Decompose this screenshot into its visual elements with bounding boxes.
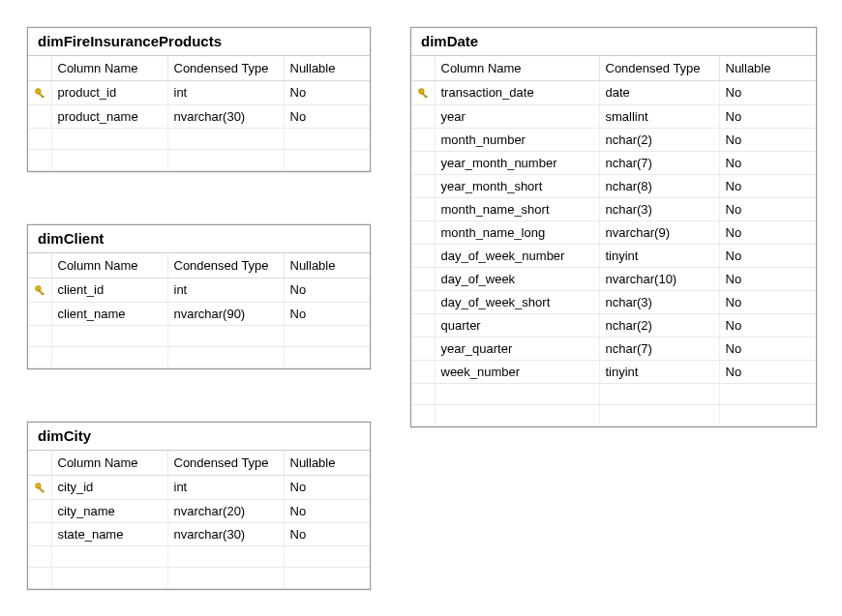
column-name-cell[interactable]: city_name <box>51 499 167 522</box>
column-nullable-cell[interactable]: No <box>719 290 816 313</box>
column-name-cell[interactable]: year_quarter <box>435 337 599 360</box>
column-nullable-cell[interactable]: No <box>284 81 370 105</box>
column-row[interactable]: month_name_shortnchar(3)No <box>411 197 816 220</box>
column-nullable-cell[interactable]: No <box>284 476 370 500</box>
column-nullable-cell[interactable]: No <box>719 360 816 383</box>
column-row[interactable]: client_namenvarchar(90)No <box>28 302 370 325</box>
column-name-cell[interactable]: product_id <box>51 81 167 105</box>
column-type-cell[interactable]: nchar(8) <box>599 174 719 197</box>
column-row[interactable]: day_of_week_numbertinyintNo <box>411 244 816 267</box>
column-type-cell[interactable]: nchar(7) <box>599 337 719 360</box>
column-name-cell[interactable]: week_number <box>435 360 599 383</box>
column-name-cell[interactable]: day_of_week <box>435 267 599 290</box>
table-dim-date[interactable]: dimDateColumn NameCondensed TypeNullable… <box>410 27 817 427</box>
column-nullable-cell[interactable]: No <box>284 522 370 545</box>
header-col_type[interactable]: Condensed Type <box>167 451 284 476</box>
column-row[interactable]: day_of_weeknvarchar(10)No <box>411 267 816 290</box>
column-type-cell[interactable]: nvarchar(20) <box>167 499 284 522</box>
column-type-cell[interactable]: nchar(7) <box>599 151 719 174</box>
column-type-cell[interactable]: int <box>167 81 284 105</box>
column-name-cell[interactable]: month_number <box>435 128 599 151</box>
column-nullable-cell[interactable]: No <box>719 244 816 267</box>
table-dim-client[interactable]: dimClientColumn NameCondensed TypeNullab… <box>27 224 371 369</box>
column-name-cell[interactable]: month_name_short <box>435 197 599 220</box>
column-name-cell[interactable]: transaction_date <box>435 81 599 105</box>
header-col_null[interactable]: Nullable <box>284 56 370 81</box>
column-row[interactable]: client_idintNo <box>28 279 370 303</box>
column-nullable-cell[interactable]: No <box>284 104 370 128</box>
column-name-cell[interactable]: year_month_number <box>435 151 599 174</box>
column-name-cell[interactable]: day_of_week_short <box>435 290 599 313</box>
column-type-cell[interactable]: smallint <box>599 104 719 128</box>
column-type-cell[interactable]: int <box>167 279 284 303</box>
column-name-cell[interactable]: month_name_long <box>435 220 599 244</box>
column-type-cell[interactable]: nvarchar(9) <box>599 220 719 244</box>
column-type-cell[interactable]: nchar(3) <box>599 197 719 220</box>
column-name-cell[interactable]: city_id <box>51 476 167 500</box>
column-row[interactable]: product_namenvarchar(30)No <box>28 104 370 128</box>
table-title[interactable]: dimFireInsuranceProducts <box>28 28 370 56</box>
column-type-cell[interactable]: nvarchar(30) <box>167 104 284 128</box>
column-name-cell[interactable]: product_name <box>51 104 167 128</box>
header-col_null[interactable]: Nullable <box>284 451 370 476</box>
column-name-cell[interactable]: client_id <box>51 279 167 303</box>
column-row[interactable]: product_idintNo <box>28 81 370 105</box>
column-nullable-cell[interactable]: No <box>719 197 816 220</box>
column-row[interactable]: year_quarternchar(7)No <box>411 337 816 360</box>
column-nullable-cell[interactable]: No <box>719 81 816 105</box>
column-nullable-cell[interactable]: No <box>719 267 816 290</box>
column-name-cell[interactable]: client_name <box>51 302 167 325</box>
column-row[interactable]: yearsmallintNo <box>411 104 816 128</box>
table-dim-fire-insurance-products[interactable]: dimFireInsuranceProductsColumn NameConde… <box>27 27 371 172</box>
table-title[interactable]: dimCity <box>28 423 370 451</box>
column-type-cell[interactable]: nchar(2) <box>599 128 719 151</box>
column-nullable-cell[interactable]: No <box>284 302 370 325</box>
column-nullable-cell[interactable]: No <box>719 104 816 128</box>
header-col_name[interactable]: Column Name <box>51 253 167 279</box>
column-name-cell[interactable]: year_month_short <box>435 174 599 197</box>
column-type-cell[interactable]: tinyint <box>599 244 719 267</box>
column-row[interactable]: year_month_numbernchar(7)No <box>411 151 816 174</box>
column-row[interactable]: month_name_longnvarchar(9)No <box>411 220 816 244</box>
column-row[interactable]: state_namenvarchar(30)No <box>28 522 370 545</box>
table-dim-city[interactable]: dimCityColumn NameCondensed TypeNullable… <box>27 422 371 590</box>
column-row[interactable]: quarternchar(2)No <box>411 313 816 337</box>
column-nullable-cell[interactable]: No <box>284 499 370 522</box>
header-col_null[interactable]: Nullable <box>284 253 370 279</box>
column-nullable-cell[interactable]: No <box>719 220 816 244</box>
column-nullable-cell[interactable]: No <box>719 151 816 174</box>
column-row[interactable]: city_idintNo <box>28 476 370 500</box>
column-type-cell[interactable]: nvarchar(30) <box>167 522 284 545</box>
column-type-cell[interactable]: date <box>599 81 719 105</box>
table-title[interactable]: dimClient <box>28 225 370 253</box>
column-row[interactable]: week_numbertinyintNo <box>411 360 816 383</box>
column-nullable-cell[interactable]: No <box>719 337 816 360</box>
table-title[interactable]: dimDate <box>411 28 816 56</box>
header-col_type[interactable]: Condensed Type <box>167 253 284 279</box>
column-nullable-cell[interactable]: No <box>719 313 816 337</box>
column-nullable-cell[interactable]: No <box>284 279 370 303</box>
column-type-cell[interactable]: tinyint <box>599 360 719 383</box>
column-nullable-cell[interactable]: No <box>719 174 816 197</box>
column-type-cell[interactable]: int <box>167 476 284 500</box>
column-type-cell[interactable]: nchar(3) <box>599 290 719 313</box>
header-col_name[interactable]: Column Name <box>51 56 167 81</box>
column-row[interactable]: month_numbernchar(2)No <box>411 128 816 151</box>
header-col_null[interactable]: Nullable <box>719 56 816 81</box>
column-row[interactable]: city_namenvarchar(20)No <box>28 499 370 522</box>
column-name-cell[interactable]: state_name <box>51 522 167 545</box>
column-name-cell[interactable]: day_of_week_number <box>435 244 599 267</box>
column-type-cell[interactable]: nvarchar(10) <box>599 267 719 290</box>
column-nullable-cell[interactable]: No <box>719 128 816 151</box>
header-col_type[interactable]: Condensed Type <box>167 56 284 81</box>
column-type-cell[interactable]: nchar(2) <box>599 313 719 337</box>
column-row[interactable]: year_month_shortnchar(8)No <box>411 174 816 197</box>
column-row[interactable]: day_of_week_shortnchar(3)No <box>411 290 816 313</box>
header-col_name[interactable]: Column Name <box>51 451 167 476</box>
column-row[interactable]: transaction_datedateNo <box>411 81 816 105</box>
column-type-cell[interactable]: nvarchar(90) <box>167 302 284 325</box>
header-col_type[interactable]: Condensed Type <box>599 56 719 81</box>
column-name-cell[interactable]: quarter <box>435 313 599 337</box>
header-col_name[interactable]: Column Name <box>435 56 599 81</box>
column-name-cell[interactable]: year <box>435 104 599 128</box>
